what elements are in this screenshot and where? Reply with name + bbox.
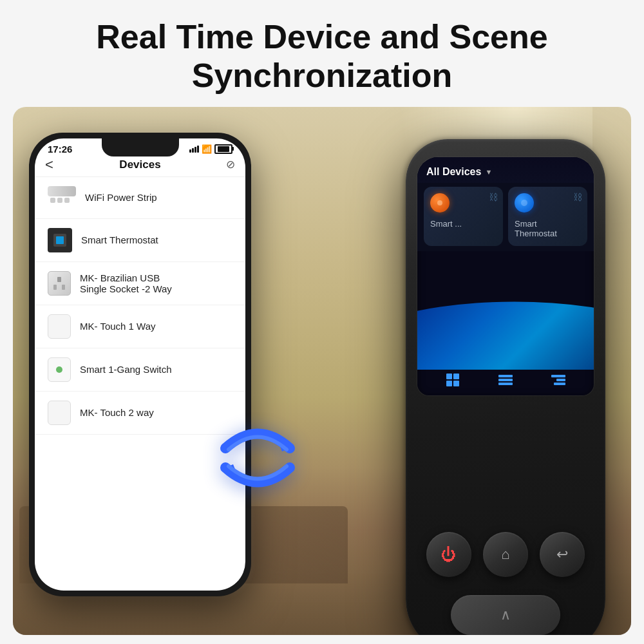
sync-icon [206, 413, 309, 503]
list-item[interactable]: Smart Thermostat [35, 219, 245, 262]
device-icon-socket [48, 271, 71, 296]
back-button[interactable]: < [45, 156, 53, 173]
menu-nav-icon[interactable] [547, 368, 570, 392]
device-name: WiFi Power Strip [85, 192, 157, 203]
remote-physical-buttons: ⏻ ⌂ ↩ [406, 532, 605, 577]
device-name: Smart Thermostat [81, 234, 158, 245]
device-icon-gang [48, 357, 71, 382]
phone-nav-bar: < Devices ⊘ [35, 156, 245, 177]
power-button[interactable]: ⏻ [426, 532, 471, 577]
phone-screen: 17:26 📶 [35, 138, 245, 591]
card-device-name-2: Smart Thermostat [515, 219, 581, 238]
list-item[interactable]: MK- Touch 1 Way [35, 305, 245, 348]
device-card[interactable]: ⛓ Smart ... [424, 187, 503, 246]
card-device-icon-orange [430, 193, 450, 213]
back-button-remote[interactable]: ↩ [540, 532, 585, 577]
settings-icon[interactable]: ⊘ [226, 158, 235, 171]
device-name: MK- Touch 2 way [80, 407, 154, 418]
grid-nav-icon[interactable] [441, 368, 464, 392]
dropdown-arrow-icon[interactable]: ▼ [485, 168, 492, 176]
dpad[interactable]: ∧ [451, 595, 560, 635]
dpad-up-chevron: ∧ [500, 608, 511, 622]
screen-header: All Devices ▼ [417, 157, 594, 183]
list-nav-icon[interactable] [494, 368, 517, 392]
remote-controller: All Devices ▼ ⛓ Smart ... ⛓ [406, 139, 605, 635]
device-icon-thermostat [48, 228, 72, 252]
device-list: WiFi Power Strip Smart Thermostat [35, 177, 245, 435]
remote-screen: All Devices ▼ ⛓ Smart ... ⛓ [417, 157, 594, 395]
device-icon-touch2 [48, 401, 71, 425]
status-time: 17:26 [48, 144, 72, 155]
page-title: Real Time Device and Scene Synchronizati… [39, 18, 605, 95]
list-item[interactable]: Smart 1-Gang Switch [35, 348, 245, 392]
device-icon-strip [48, 186, 76, 209]
card-device-name-1: Smart ... [430, 219, 497, 229]
battery-icon [214, 144, 232, 154]
link-icon-2: ⛓ [573, 192, 582, 202]
nav-title: Devices [119, 158, 160, 171]
main-area: 17:26 📶 [13, 107, 631, 635]
device-card[interactable]: ⛓ Smart Thermostat [508, 187, 587, 246]
page-header: Real Time Device and Scene Synchronizati… [0, 0, 644, 107]
list-item[interactable]: WiFi Power Strip [35, 177, 245, 219]
status-icons: 📶 [189, 144, 232, 154]
phone-notch [102, 138, 179, 156]
device-name: MK- Touch 1 Way [80, 321, 156, 332]
screen-wave [417, 279, 594, 370]
device-name: Smart 1-Gang Switch [80, 364, 172, 375]
screen-bottom-nav [417, 368, 594, 392]
device-cards-grid: ⛓ Smart ... ⛓ Smart Thermostat [417, 183, 594, 251]
device-icon-touch1 [48, 314, 71, 339]
all-devices-label: All Devices [426, 166, 481, 178]
wifi-icon: 📶 [202, 144, 212, 154]
phone: 17:26 📶 [29, 133, 251, 596]
list-item[interactable]: MK- Brazilian USBSingle Socket -2 Way [35, 262, 245, 305]
sync-arrows [203, 410, 312, 506]
link-icon-1: ⛓ [489, 192, 498, 202]
device-name: MK- Brazilian USBSingle Socket -2 Way [80, 272, 172, 294]
card-device-icon-blue [515, 193, 534, 213]
home-button[interactable]: ⌂ [483, 532, 528, 577]
signal-bars-icon [189, 146, 199, 153]
